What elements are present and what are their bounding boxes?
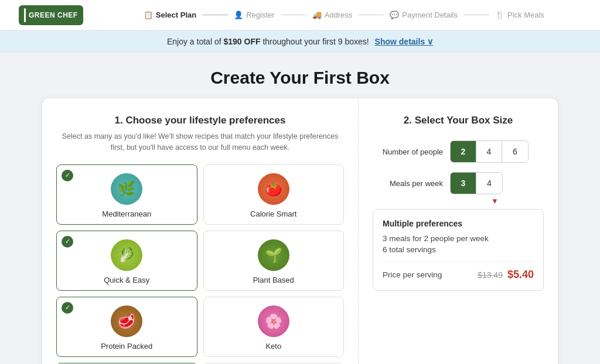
header: GREEN CHEF 📋 Select Plan 👤 Register 🚚 Ad… (0, 0, 600, 30)
people-row: Number of people 2 4 6 (373, 140, 544, 163)
summary-title: Multiple preferences (383, 219, 534, 228)
banner-prefix: Enjoy a total of (167, 37, 224, 46)
show-details-link[interactable]: Show details ∨ (375, 37, 433, 46)
stepper: 📋 Select Plan 👤 Register 🚚 Address 💬 Pay… (107, 11, 581, 19)
keto-label: Keto (265, 342, 281, 351)
meals-4-btn[interactable]: 4 (476, 173, 502, 194)
meal-grid: ✓ 🌿 Mediterranean 🍅 Calorie Smart ✓ 🥬 Qu… (56, 164, 344, 364)
meals-row: Meals per week 3 4 (373, 172, 544, 194)
check-badge-protein: ✓ (62, 302, 73, 314)
page-title-wrap: Create Your First Box (0, 53, 600, 98)
check-badge-mediterranean: ✓ (62, 170, 73, 181)
quick-easy-label: Quick & Easy (104, 276, 149, 284)
step-select-plan[interactable]: 📋 Select Plan (144, 11, 196, 19)
step-address[interactable]: 🚚 Address (312, 11, 353, 19)
people-btn-group: 2 4 6 (450, 140, 529, 163)
mediterranean-label: Mediterranean (102, 210, 151, 218)
price-row: Price per serving $13.49 $5.40 (383, 269, 534, 281)
protein-packed-label: Protein Packed (101, 342, 152, 351)
check-badge-quick-easy: ✓ (62, 236, 73, 248)
mediterranean-icon: 🌿 (111, 173, 142, 205)
meal-card-quick-easy[interactable]: ✓ 🥬 Quick & Easy (56, 231, 197, 291)
people-label: Number of people (373, 147, 443, 156)
step-pick-meals[interactable]: 🍴 Pick Meals (495, 11, 544, 19)
select-plan-icon: 📋 (144, 11, 153, 19)
calorie-smart-label: Calorie Smart (250, 210, 296, 218)
step-payment[interactable]: 💬 Payment Details (390, 11, 458, 19)
price-values: $13.49 $5.40 (478, 269, 534, 281)
right-panel: 2. Select Your Box Size Number of people… (359, 98, 558, 364)
meal-card-protein-packed[interactable]: ✓ 🥩 Protein Packed (56, 297, 197, 357)
payment-icon: 💬 (390, 11, 399, 19)
summary-line2: 6 total servings (383, 245, 534, 254)
logo[interactable]: GREEN CHEF (19, 5, 83, 25)
meal-card-keto[interactable]: 🌸 Keto (203, 297, 345, 357)
price-old: $13.49 (478, 270, 503, 280)
meals-btn-group: 3 4 (450, 172, 503, 194)
meal-card-plant-based[interactable]: 🌱 Plant Based (203, 231, 345, 291)
step-register[interactable]: 👤 Register (234, 11, 274, 19)
step-line-4 (463, 15, 489, 15)
lifestyle-title: 1. Choose your lifestyle preferences (56, 115, 344, 126)
step-line-1 (202, 15, 228, 15)
page-title: Create Your First Box (0, 68, 600, 88)
promo-banner: Enjoy a total of $190 OFF throughout you… (0, 30, 600, 53)
summary-box: Multiple preferences 3 meals for 2 peopl… (373, 209, 544, 291)
register-icon: 👤 (234, 11, 243, 19)
meal-card-mediterranean[interactable]: ✓ 🌿 Mediterranean (56, 164, 197, 225)
plant-based-icon: 🌱 (258, 239, 289, 271)
calorie-smart-icon: 🍅 (258, 173, 289, 205)
banner-discount: $190 OFF (223, 37, 260, 46)
logo-text: GREEN CHEF (29, 11, 78, 19)
banner-suffix: throughout your first 9 boxes! (262, 37, 369, 46)
protein-packed-icon: 🥩 (111, 305, 142, 337)
pick-meals-icon: 🍴 (495, 11, 504, 19)
address-icon: 🚚 (312, 11, 322, 19)
step-line-2 (281, 15, 306, 15)
step-line-3 (358, 15, 384, 15)
keto-icon: 🌸 (258, 305, 289, 337)
price-new: $5.40 (507, 269, 534, 281)
main-card: 1. Choose your lifestyle preferences Sel… (42, 98, 558, 364)
box-size-title: 2. Select Your Box Size (373, 115, 544, 126)
people-4-btn[interactable]: 4 (476, 141, 502, 162)
meal-card-calorie-smart[interactable]: 🍅 Calorie Smart (203, 164, 345, 225)
arrow-indicator: ▼ (373, 197, 544, 205)
people-2-btn[interactable]: 2 (451, 141, 476, 162)
plant-based-label: Plant Based (253, 276, 294, 284)
people-6-btn[interactable]: 6 (502, 141, 528, 162)
quick-easy-icon: 🥬 (111, 239, 142, 271)
summary-divider (383, 261, 534, 262)
meals-label: Meals per week (373, 179, 443, 188)
summary-line1: 3 meals for 2 people per week (383, 234, 534, 243)
meals-3-btn[interactable]: 3 (451, 173, 476, 194)
left-panel: 1. Choose your lifestyle preferences Sel… (42, 98, 359, 364)
lifestyle-subtitle: Select as many as you'd like! We'll show… (56, 131, 344, 154)
price-label: Price per serving (383, 270, 442, 279)
